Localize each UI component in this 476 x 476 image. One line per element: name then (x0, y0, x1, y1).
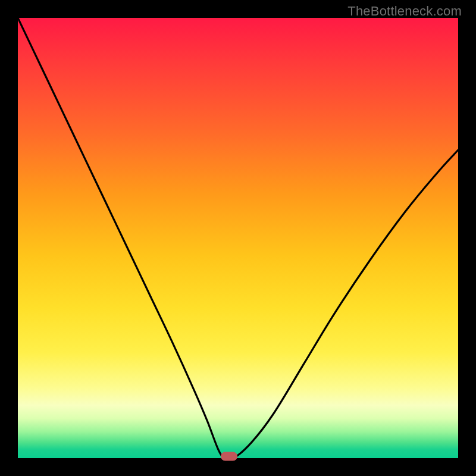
watermark-text: TheBottleneck.com (347, 4, 462, 19)
chart-frame: TheBottleneck.com (0, 0, 476, 476)
optimal-marker (221, 452, 237, 461)
bottleneck-curve (18, 18, 458, 458)
plot-area (18, 18, 458, 458)
